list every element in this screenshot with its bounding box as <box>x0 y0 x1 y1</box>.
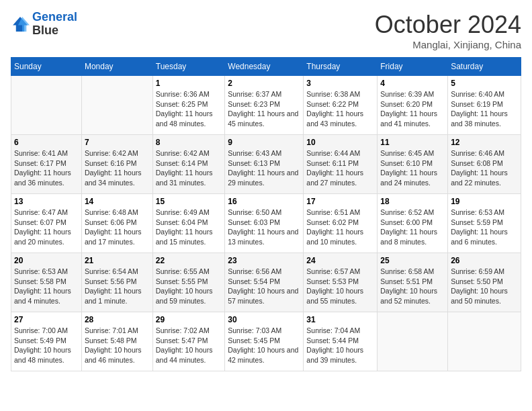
day-number: 6 <box>14 138 79 147</box>
day-info: Sunrise: 6:56 AM Sunset: 5:54 PM Dayligh… <box>228 267 300 306</box>
calendar-cell: 1Sunrise: 6:36 AM Sunset: 6:25 PM Daylig… <box>152 76 224 135</box>
logo-text: General Blue <box>32 11 77 38</box>
day-info: Sunrise: 7:04 AM Sunset: 5:44 PM Dayligh… <box>306 326 374 365</box>
day-number: 8 <box>156 138 222 147</box>
calendar-cell: 20Sunrise: 6:53 AM Sunset: 5:58 PM Dayli… <box>11 253 82 312</box>
day-number: 11 <box>380 138 445 147</box>
day-number: 30 <box>228 315 300 324</box>
day-info: Sunrise: 6:49 AM Sunset: 6:04 PM Dayligh… <box>156 208 222 247</box>
title-block: October 2024 Manglai, Xinjiang, China <box>375 11 521 50</box>
logo-icon <box>11 15 30 34</box>
day-number: 29 <box>156 315 222 324</box>
day-number: 13 <box>14 197 79 206</box>
calendar-table: SundayMondayTuesdayWednesdayThursdayFrid… <box>11 57 521 371</box>
calendar-cell: 23Sunrise: 6:56 AM Sunset: 5:54 PM Dayli… <box>225 253 304 312</box>
page-header: General Blue October 2024 Manglai, Xinji… <box>11 11 521 50</box>
day-number: 17 <box>306 197 374 206</box>
calendar-cell: 3Sunrise: 6:38 AM Sunset: 6:22 PM Daylig… <box>304 76 378 135</box>
calendar-cell <box>448 312 521 371</box>
calendar-cell: 29Sunrise: 7:02 AM Sunset: 5:47 PM Dayli… <box>152 312 224 371</box>
calendar-cell: 9Sunrise: 6:43 AM Sunset: 6:13 PM Daylig… <box>225 135 304 194</box>
day-info: Sunrise: 6:38 AM Sunset: 6:22 PM Dayligh… <box>306 89 374 129</box>
weekday-header-row: SundayMondayTuesdayWednesdayThursdayFrid… <box>11 58 521 76</box>
day-number: 26 <box>451 256 518 265</box>
calendar-cell: 15Sunrise: 6:49 AM Sunset: 6:04 PM Dayli… <box>152 194 224 253</box>
day-number: 10 <box>306 138 374 147</box>
day-info: Sunrise: 6:41 AM Sunset: 6:17 PM Dayligh… <box>14 148 79 188</box>
calendar-cell: 11Sunrise: 6:45 AM Sunset: 6:10 PM Dayli… <box>378 135 448 194</box>
calendar-week-row: 6Sunrise: 6:41 AM Sunset: 6:17 PM Daylig… <box>11 135 521 194</box>
calendar-cell: 27Sunrise: 7:00 AM Sunset: 5:49 PM Dayli… <box>11 312 82 371</box>
day-info: Sunrise: 6:53 AM Sunset: 5:58 PM Dayligh… <box>14 267 79 306</box>
day-info: Sunrise: 6:54 AM Sunset: 5:56 PM Dayligh… <box>85 267 150 306</box>
day-info: Sunrise: 6:48 AM Sunset: 6:06 PM Dayligh… <box>85 208 150 247</box>
day-number: 25 <box>380 256 445 265</box>
calendar-cell <box>11 76 82 135</box>
logo-blue: Blue <box>32 24 77 38</box>
calendar-week-row: 1Sunrise: 6:36 AM Sunset: 6:25 PM Daylig… <box>11 76 521 135</box>
day-info: Sunrise: 6:57 AM Sunset: 5:53 PM Dayligh… <box>306 267 374 306</box>
day-info: Sunrise: 6:44 AM Sunset: 6:11 PM Dayligh… <box>306 148 374 188</box>
day-number: 4 <box>380 79 445 88</box>
calendar-cell: 7Sunrise: 6:42 AM Sunset: 6:16 PM Daylig… <box>81 135 152 194</box>
calendar-cell: 25Sunrise: 6:58 AM Sunset: 5:51 PM Dayli… <box>378 253 448 312</box>
day-info: Sunrise: 6:50 AM Sunset: 6:03 PM Dayligh… <box>228 208 300 247</box>
day-info: Sunrise: 6:39 AM Sunset: 6:20 PM Dayligh… <box>380 89 445 129</box>
calendar-cell: 21Sunrise: 6:54 AM Sunset: 5:56 PM Dayli… <box>81 253 152 312</box>
day-number: 20 <box>14 256 79 265</box>
weekday-header: Thursday <box>304 58 378 76</box>
calendar-cell: 18Sunrise: 6:52 AM Sunset: 6:00 PM Dayli… <box>378 194 448 253</box>
month-title: October 2024 <box>375 11 521 39</box>
calendar-week-row: 27Sunrise: 7:00 AM Sunset: 5:49 PM Dayli… <box>11 312 521 371</box>
day-number: 15 <box>156 197 222 206</box>
day-info: Sunrise: 7:02 AM Sunset: 5:47 PM Dayligh… <box>156 326 222 365</box>
day-number: 28 <box>85 315 150 324</box>
day-info: Sunrise: 6:42 AM Sunset: 6:16 PM Dayligh… <box>85 148 150 188</box>
day-number: 5 <box>451 79 518 88</box>
calendar-cell: 10Sunrise: 6:44 AM Sunset: 6:11 PM Dayli… <box>304 135 378 194</box>
calendar-cell: 2Sunrise: 6:37 AM Sunset: 6:23 PM Daylig… <box>225 76 304 135</box>
calendar-cell: 24Sunrise: 6:57 AM Sunset: 5:53 PM Dayli… <box>304 253 378 312</box>
day-info: Sunrise: 6:45 AM Sunset: 6:10 PM Dayligh… <box>380 148 445 188</box>
day-number: 24 <box>306 256 374 265</box>
day-info: Sunrise: 6:43 AM Sunset: 6:13 PM Dayligh… <box>228 148 300 188</box>
day-info: Sunrise: 6:58 AM Sunset: 5:51 PM Dayligh… <box>380 267 445 306</box>
day-info: Sunrise: 6:42 AM Sunset: 6:14 PM Dayligh… <box>156 148 222 188</box>
day-info: Sunrise: 6:53 AM Sunset: 5:59 PM Dayligh… <box>451 208 518 247</box>
calendar-cell: 8Sunrise: 6:42 AM Sunset: 6:14 PM Daylig… <box>152 135 224 194</box>
weekday-header: Friday <box>378 58 448 76</box>
weekday-header: Wednesday <box>225 58 304 76</box>
day-number: 27 <box>14 315 79 324</box>
location: Manglai, Xinjiang, China <box>375 39 521 50</box>
day-number: 19 <box>451 197 518 206</box>
day-number: 2 <box>228 79 300 88</box>
day-number: 21 <box>85 256 150 265</box>
day-number: 12 <box>451 138 518 147</box>
day-info: Sunrise: 6:36 AM Sunset: 6:25 PM Dayligh… <box>156 89 222 129</box>
calendar-cell <box>81 76 152 135</box>
day-number: 3 <box>306 79 374 88</box>
day-info: Sunrise: 6:47 AM Sunset: 6:07 PM Dayligh… <box>14 208 79 247</box>
weekday-header: Sunday <box>11 58 82 76</box>
weekday-header: Tuesday <box>152 58 224 76</box>
day-info: Sunrise: 6:55 AM Sunset: 5:55 PM Dayligh… <box>156 267 222 306</box>
calendar-cell: 30Sunrise: 7:03 AM Sunset: 5:45 PM Dayli… <box>225 312 304 371</box>
day-info: Sunrise: 6:37 AM Sunset: 6:23 PM Dayligh… <box>228 89 300 129</box>
day-info: Sunrise: 7:00 AM Sunset: 5:49 PM Dayligh… <box>14 326 79 365</box>
day-number: 1 <box>156 79 222 88</box>
weekday-header: Saturday <box>448 58 521 76</box>
day-number: 14 <box>85 197 150 206</box>
day-info: Sunrise: 6:40 AM Sunset: 6:19 PM Dayligh… <box>451 89 518 129</box>
calendar-cell <box>378 312 448 371</box>
calendar-cell: 14Sunrise: 6:48 AM Sunset: 6:06 PM Dayli… <box>81 194 152 253</box>
day-number: 16 <box>228 197 300 206</box>
calendar-cell: 16Sunrise: 6:50 AM Sunset: 6:03 PM Dayli… <box>225 194 304 253</box>
day-number: 23 <box>228 256 300 265</box>
calendar-week-row: 20Sunrise: 6:53 AM Sunset: 5:58 PM Dayli… <box>11 253 521 312</box>
calendar-cell: 4Sunrise: 6:39 AM Sunset: 6:20 PM Daylig… <box>378 76 448 135</box>
day-number: 18 <box>380 197 445 206</box>
day-number: 7 <box>85 138 150 147</box>
calendar-cell: 17Sunrise: 6:51 AM Sunset: 6:02 PM Dayli… <box>304 194 378 253</box>
calendar-cell: 26Sunrise: 6:59 AM Sunset: 5:50 PM Dayli… <box>448 253 521 312</box>
calendar-week-row: 13Sunrise: 6:47 AM Sunset: 6:07 PM Dayli… <box>11 194 521 253</box>
